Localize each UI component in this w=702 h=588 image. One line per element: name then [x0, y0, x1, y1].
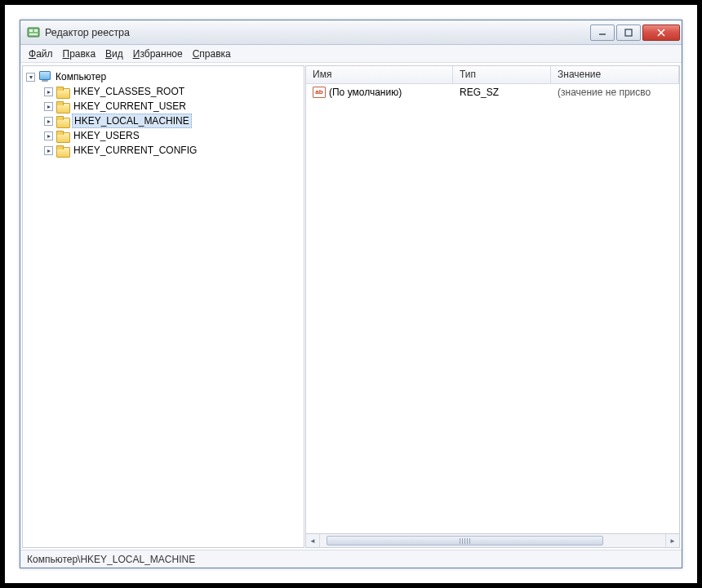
tree-hive-label: HKEY_CLASSES_ROOT: [72, 84, 186, 99]
tree-hive-label: HKEY_CURRENT_USER: [72, 99, 188, 114]
svg-rect-2: [34, 29, 38, 32]
svg-rect-5: [625, 29, 632, 36]
scroll-left-arrow-icon[interactable]: ◄: [306, 534, 320, 547]
svg-rect-0: [28, 28, 39, 37]
menu-view[interactable]: Вид: [105, 48, 123, 60]
menu-file[interactable]: Файл: [29, 48, 53, 60]
menu-help[interactable]: Справка: [193, 48, 231, 60]
registry-editor-window: Редактор реестра Файл Правка Вид Избранн…: [20, 20, 682, 568]
values-pane[interactable]: Имя Тип Значение ab(По умолчанию)REG_SZ(…: [305, 65, 680, 534]
scroll-thumb[interactable]: [327, 536, 602, 546]
window-title: Редактор реестра: [45, 27, 589, 38]
tree-hive-label: HKEY_USERS: [72, 128, 141, 143]
expander-icon[interactable]: [44, 102, 53, 111]
svg-rect-3: [29, 33, 38, 35]
folder-icon: [56, 131, 69, 141]
horizontal-scrollbar[interactable]: ◄ ►: [305, 534, 680, 548]
list-row[interactable]: ab(По умолчанию)REG_SZ(значение не присв…: [306, 84, 679, 100]
tree-hive-label: HKEY_CURRENT_CONFIG: [72, 143, 198, 158]
expander-icon[interactable]: [44, 87, 53, 96]
scroll-right-arrow-icon[interactable]: ►: [665, 534, 679, 547]
folder-icon: [56, 116, 69, 127]
column-header-type[interactable]: Тип: [453, 66, 551, 83]
menubar: Файл Правка Вид Избранное Справка: [20, 45, 682, 63]
tree-hive-node[interactable]: HKEY_CURRENT_CONFIG: [44, 143, 304, 158]
value-type: REG_SZ: [453, 87, 551, 98]
tree-root-node[interactable]: Компьютер: [26, 69, 304, 84]
tree-hive-node[interactable]: HKEY_LOCAL_MACHINE: [44, 114, 304, 128]
window-controls: [589, 24, 680, 41]
computer-icon: [38, 71, 51, 82]
svg-rect-1: [29, 29, 33, 32]
regedit-icon: [27, 26, 40, 39]
expander-icon[interactable]: [26, 73, 35, 82]
menu-favorites[interactable]: Избранное: [133, 48, 183, 60]
tree-hive-node[interactable]: HKEY_CLASSES_ROOT: [44, 84, 304, 99]
string-value-icon: ab: [313, 87, 326, 98]
statusbar: Компьютер\HKEY_LOCAL_MACHINE: [20, 550, 682, 568]
list-header: Имя Тип Значение: [306, 66, 679, 84]
value-name: (По умолчанию): [329, 87, 402, 98]
tree-hive-label: HKEY_LOCAL_MACHINE: [72, 114, 192, 128]
column-header-value[interactable]: Значение: [551, 66, 679, 83]
workspace: Компьютер HKEY_CLASSES_ROOTHKEY_CURRENT_…: [20, 63, 682, 550]
expander-icon[interactable]: [44, 146, 53, 155]
scroll-track[interactable]: [320, 534, 665, 547]
tree-hive-node[interactable]: HKEY_USERS: [44, 128, 304, 143]
status-path: Компьютер\HKEY_LOCAL_MACHINE: [27, 554, 195, 565]
value-data: (значение не присво: [551, 87, 679, 98]
column-header-name[interactable]: Имя: [306, 66, 453, 83]
minimize-button[interactable]: [590, 24, 615, 41]
titlebar[interactable]: Редактор реестра: [20, 20, 682, 45]
menu-edit[interactable]: Правка: [63, 48, 96, 60]
folder-icon: [56, 145, 69, 156]
folder-icon: [56, 87, 69, 97]
folder-icon: [56, 101, 69, 112]
close-button[interactable]: [642, 24, 680, 41]
expander-icon[interactable]: [44, 117, 53, 126]
expander-icon[interactable]: [44, 131, 53, 140]
tree-hive-node[interactable]: HKEY_CURRENT_USER: [44, 99, 304, 114]
tree-pane[interactable]: Компьютер HKEY_CLASSES_ROOTHKEY_CURRENT_…: [22, 65, 304, 548]
tree-root-label: Компьютер: [54, 69, 108, 84]
maximize-button[interactable]: [616, 24, 641, 41]
